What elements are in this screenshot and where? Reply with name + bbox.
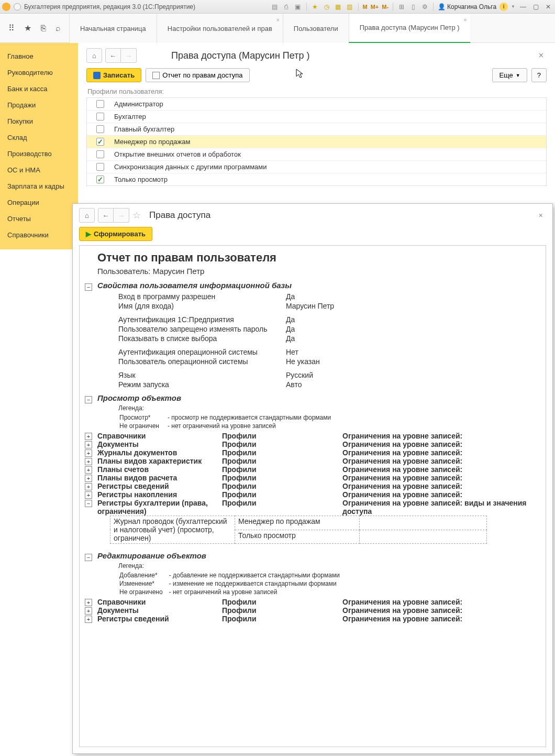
calendar-icon[interactable]: ▥ (346, 3, 354, 11)
profile-label: Синхронизация данных с другими программа… (113, 163, 546, 171)
clipboard-icon[interactable]: ▣ (294, 3, 302, 11)
sidebar-item[interactable]: Зарплата и кадры (0, 178, 78, 194)
table-row[interactable]: Бухгалтер (87, 110, 546, 123)
search-icon[interactable]: ⌕ (56, 24, 61, 33)
table-row[interactable]: Открытие внешних отчетов и обработок (87, 148, 546, 160)
panel-icon[interactable]: ▯ (409, 3, 417, 11)
table-row[interactable]: Только просмотр (87, 173, 546, 185)
app-dropdown-icon[interactable] (14, 3, 21, 10)
expand-icon[interactable]: + (85, 616, 92, 623)
copy-icon[interactable]: ⎘ (41, 24, 46, 33)
close-icon[interactable]: × (536, 51, 547, 60)
close-button[interactable]: ✕ (543, 3, 553, 10)
col-header: Профили (222, 457, 342, 465)
table-row[interactable]: Менеджер по продажам (87, 135, 546, 148)
sidebar-item[interactable]: Отчеты (0, 211, 78, 227)
tab-rights[interactable]: Права доступа (Марусин Петр )× (349, 14, 470, 43)
save-button[interactable]: Записать (86, 68, 141, 82)
prop-key: Показывать в списке выбора (118, 334, 286, 343)
favorite-icon[interactable]: ★ (311, 3, 319, 11)
sidebar-item[interactable]: Операции (0, 194, 78, 211)
checkbox[interactable] (96, 113, 104, 120)
close-icon[interactable]: × (463, 17, 467, 23)
collapse-icon[interactable]: − (85, 283, 92, 291)
print-preview-icon[interactable]: ▤ (271, 3, 279, 11)
sidebar-item[interactable]: Покупки (0, 113, 78, 129)
expand-icon[interactable]: + (85, 475, 92, 482)
tab-settings[interactable]: Настройки пользователей и прав× (157, 14, 283, 43)
forward-button[interactable]: → (114, 208, 129, 223)
help-button[interactable]: ? (531, 68, 547, 82)
expand-icon[interactable]: + (85, 466, 92, 474)
checkbox[interactable] (96, 176, 104, 183)
apps-icon[interactable]: ⠿ (8, 23, 15, 33)
col-header: Профили (222, 598, 342, 606)
user-label[interactable]: 👤Корчагина Ольга (438, 3, 496, 10)
print-icon[interactable]: ⎙ (282, 3, 291, 11)
more-button[interactable]: Еще ▼ (492, 68, 527, 82)
tree-label: Планы видов расчета (97, 474, 222, 482)
prop-value: Да (286, 315, 299, 324)
app-icon (2, 3, 10, 11)
m-icon[interactable]: M (363, 4, 368, 10)
expand-icon[interactable]: + (85, 458, 92, 465)
checkbox[interactable] (96, 125, 104, 133)
close-icon[interactable]: × (536, 211, 546, 220)
tab-start[interactable]: Начальная страница (69, 14, 157, 43)
star-icon[interactable]: ★ (24, 23, 31, 33)
history-icon[interactable]: ◷ (323, 3, 331, 11)
checkbox[interactable] (96, 100, 104, 108)
m-plus-icon[interactable]: M+ (371, 4, 379, 10)
minimize-button[interactable]: — (518, 3, 528, 10)
sidebar-item[interactable]: Руководителю (0, 64, 78, 81)
home-button[interactable]: ⌂ (79, 208, 95, 223)
info-icon[interactable]: i (500, 3, 508, 11)
prop-value: Марусин Петр (286, 301, 338, 311)
sidebar-item[interactable]: ОС и НМА (0, 162, 78, 178)
sidebar-item[interactable]: Склад (0, 129, 78, 146)
calculator-icon[interactable]: ▦ (334, 3, 342, 11)
sidebar-item[interactable]: Справочники (0, 227, 78, 243)
table-row[interactable]: Синхронизация данных с другими программа… (87, 160, 546, 173)
collapse-icon[interactable]: − (85, 554, 92, 561)
report-button[interactable]: Отчет по правам доступа (146, 68, 249, 82)
expand-icon[interactable]: + (85, 491, 92, 499)
window-icon[interactable]: ⊞ (397, 3, 406, 11)
tab-users[interactable]: Пользователи (283, 14, 349, 43)
collapse-icon[interactable]: − (85, 396, 92, 403)
expand-icon[interactable]: + (85, 607, 92, 615)
report-window: ⌂ ← → ☆ Права доступа × ▶ Сформировать О… (72, 203, 553, 754)
m-minus-icon[interactable]: M- (382, 4, 389, 10)
back-button[interactable]: ← (98, 208, 114, 223)
user-icon: 👤 (438, 3, 446, 10)
home-button[interactable]: ⌂ (86, 48, 102, 63)
prop-value: Да (286, 334, 299, 343)
forward-button[interactable]: → (121, 48, 137, 63)
collapse-icon[interactable]: − (85, 500, 92, 507)
checkbox[interactable] (96, 150, 104, 158)
sidebar-item[interactable]: Банк и касса (0, 81, 78, 97)
maximize-button[interactable]: ▢ (531, 3, 540, 10)
expand-icon[interactable]: + (85, 483, 92, 490)
dropdown-icon[interactable]: ▼ (511, 4, 515, 9)
table-row[interactable]: Главный бухгалтер (87, 123, 546, 135)
table-row[interactable]: Администратор (87, 98, 546, 110)
tree-label: Планы счетов (97, 465, 222, 474)
sidebar-item[interactable]: Производство (0, 146, 78, 162)
expand-icon[interactable]: + (85, 599, 92, 606)
expand-icon[interactable]: + (85, 433, 92, 440)
sidebar-item[interactable]: Продажи (0, 97, 78, 113)
expand-icon[interactable]: + (85, 450, 92, 457)
tree-label: Регистры накопления (97, 490, 222, 499)
sidebar-item[interactable]: Главное (0, 48, 78, 64)
wrench-icon[interactable]: ⚙ (420, 3, 429, 11)
close-icon[interactable]: × (276, 17, 279, 23)
star-icon[interactable]: ☆ (132, 210, 141, 221)
checkbox[interactable] (96, 163, 104, 171)
back-button[interactable]: ← (105, 48, 121, 63)
generate-button[interactable]: ▶ Сформировать (79, 227, 152, 241)
profiles-label: Профили пользователя: (86, 87, 547, 95)
prop-value: Да (286, 292, 338, 301)
expand-icon[interactable]: + (85, 441, 92, 448)
checkbox[interactable] (96, 138, 104, 146)
